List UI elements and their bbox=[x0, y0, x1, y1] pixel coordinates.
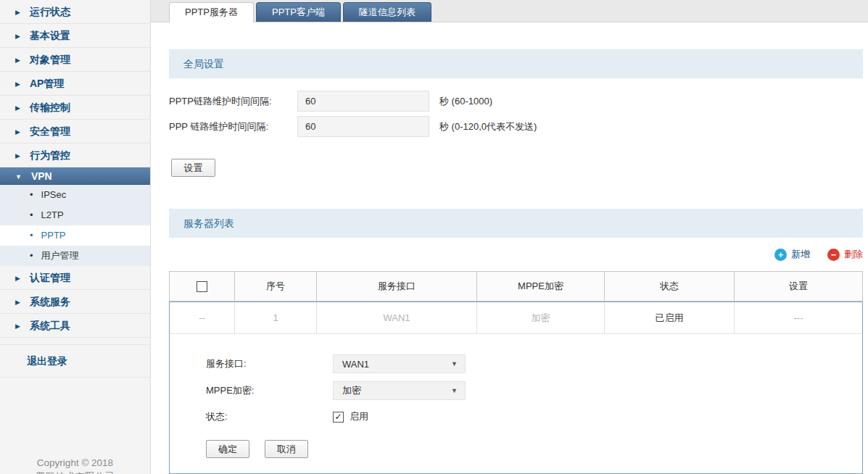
chevron-down-icon: ▼ bbox=[451, 387, 458, 394]
sidebar-subitem-label: PPTP bbox=[41, 230, 66, 241]
add-server-label: 新增 bbox=[791, 248, 810, 261]
apply-settings-button[interactable]: 设置 bbox=[171, 159, 215, 177]
interface-select[interactable]: WAN1 ▼ bbox=[333, 354, 466, 373]
cancel-button[interactable]: 取消 bbox=[265, 440, 308, 458]
tab-pptp-client[interactable]: PPTP客户端 bbox=[256, 2, 341, 22]
tab-pptp-server[interactable]: PPTP服务器 bbox=[169, 2, 254, 22]
logout-button[interactable]: 退出登录 bbox=[0, 345, 150, 378]
sidebar-item-security-management[interactable]: ▶安全管理 bbox=[0, 120, 150, 144]
bullet-icon: • bbox=[30, 205, 33, 225]
sidebar-subitem-ipsec[interactable]: •IPSec bbox=[0, 185, 150, 205]
sidebar-item-label: 基本设置 bbox=[30, 30, 70, 41]
edit-row-status: 状态: ✓ 启用 bbox=[206, 410, 862, 423]
mppe-select-value: 加密 bbox=[342, 384, 361, 397]
sidebar-item-label: 传输控制 bbox=[30, 101, 70, 113]
enable-checkbox[interactable]: ✓ bbox=[333, 412, 344, 423]
sidebar-item-label: VPN bbox=[31, 170, 52, 182]
sidebar-item-basic-settings[interactable]: ▶基本设置 bbox=[0, 24, 150, 48]
sidebar-item-label: 系统工具 bbox=[30, 320, 70, 331]
table-row: -- 1 WAN1 加密 已启用 --- bbox=[170, 302, 862, 334]
add-icon: + bbox=[774, 249, 787, 261]
sidebar-item-system-tools[interactable]: ▶系统工具 bbox=[0, 314, 150, 338]
sidebar-item-label: 认证管理 bbox=[30, 272, 70, 283]
copyright-notice: Copyright © 2018 普联技术有限公司 bbox=[0, 456, 150, 474]
sidebar-subitem-user-management[interactable]: •用户管理 bbox=[0, 246, 150, 266]
row-cell-interface: WAN1 bbox=[317, 302, 477, 333]
header-cell-interface: 服务接口 bbox=[317, 272, 477, 301]
tab-tunnel-info-list[interactable]: 隧道信息列表 bbox=[343, 2, 431, 22]
row-cell-index: 1 bbox=[235, 302, 317, 333]
sidebar-subitem-l2tp[interactable]: •L2TP bbox=[0, 205, 150, 225]
ok-button[interactable]: 确定 bbox=[206, 440, 249, 458]
copyright-line1: Copyright © 2018 bbox=[0, 456, 150, 470]
server-table-header: 序号 服务接口 MPPE加密 状态 设置 bbox=[169, 271, 863, 302]
status-label: 状态: bbox=[206, 410, 333, 423]
tab-panel-pptp-server: 全局设置 PPTP链路维护时间间隔: 秒 (60-1000) PPP 链路维护时… bbox=[151, 49, 868, 474]
chevron-right-icon: ▶ bbox=[15, 267, 20, 290]
server-table: 序号 服务接口 MPPE加密 状态 设置 -- 1 WAN1 加密 已启用 --… bbox=[169, 271, 863, 474]
chevron-right-icon: ▶ bbox=[15, 291, 20, 314]
enable-checkbox-label: 启用 bbox=[350, 410, 368, 423]
check-icon: ✓ bbox=[334, 412, 342, 421]
ppp-keepalive-input[interactable] bbox=[297, 116, 429, 137]
chevron-right-icon: ▶ bbox=[15, 120, 20, 144]
edit-panel-buttons: 确定 取消 bbox=[206, 440, 862, 458]
form-row-pptp-keepalive: PPTP链路维护时间间隔: 秒 (60-1000) bbox=[169, 91, 863, 112]
chevron-right-icon: ▶ bbox=[15, 72, 20, 96]
sidebar-divider bbox=[0, 338, 150, 345]
section-header-server-list: 服务器列表 bbox=[169, 209, 863, 238]
pptp-settings-page: ▶运行状态 ▶基本设置 ▶对象管理 ▶AP管理 ▶传输控制 ▶安全管理 ▶行为管… bbox=[0, 0, 868, 474]
bullet-icon: • bbox=[30, 185, 33, 205]
sidebar-item-label: AP管理 bbox=[30, 78, 64, 89]
pptp-keepalive-hint: 秒 (60-1000) bbox=[439, 95, 492, 108]
sidebar-item-running-status[interactable]: ▶运行状态 bbox=[0, 0, 150, 24]
list-actions: + 新增 − 删除 bbox=[169, 247, 863, 262]
header-cell-select bbox=[170, 272, 235, 301]
sidebar-item-ap-management[interactable]: ▶AP管理 bbox=[0, 72, 150, 96]
delete-server-label: 删除 bbox=[844, 248, 863, 261]
sidebar-item-label: 系统服务 bbox=[30, 296, 70, 307]
ppp-keepalive-hint: 秒 (0-120,0代表不发送) bbox=[439, 120, 537, 133]
form-row-ppp-keepalive: PPP 链路维护时间间隔: 秒 (0-120,0代表不发送) bbox=[169, 116, 863, 137]
sidebar-item-behavior-control[interactable]: ▶行为管控 bbox=[0, 144, 150, 167]
sidebar-nav: ▶运行状态 ▶基本设置 ▶对象管理 ▶AP管理 ▶传输控制 ▶安全管理 ▶行为管… bbox=[0, 0, 151, 474]
mppe-label: MPPE加密: bbox=[206, 384, 333, 397]
delete-icon: − bbox=[827, 249, 840, 261]
sidebar-item-transmission-control[interactable]: ▶传输控制 bbox=[0, 96, 150, 120]
sidebar-item-system-services[interactable]: ▶系统服务 bbox=[0, 290, 150, 314]
chevron-right-icon: ▶ bbox=[15, 96, 20, 120]
row-cell-settings: --- bbox=[735, 302, 862, 333]
delete-server-button[interactable]: − 删除 bbox=[827, 248, 863, 261]
sidebar-subitem-label: L2TP bbox=[41, 209, 64, 220]
select-all-checkbox[interactable] bbox=[197, 281, 207, 292]
sidebar-item-label: 运行状态 bbox=[30, 6, 70, 17]
tab-bar: PPTP服务器 PPTP客户端 隧道信息列表 bbox=[151, 0, 868, 22]
chevron-down-icon: ▼ bbox=[15, 168, 22, 186]
row-edit-panel: 服务接口: WAN1 ▼ MPPE加密: 加密 ▼ bbox=[170, 334, 862, 473]
edit-row-mppe: MPPE加密: 加密 ▼ bbox=[206, 381, 862, 400]
sidebar-subitem-pptp[interactable]: •PPTP bbox=[0, 225, 150, 246]
chevron-right-icon: ▶ bbox=[15, 25, 20, 48]
main-content: PPTP服务器 PPTP客户端 隧道信息列表 全局设置 PPTP链路维护时间间隔… bbox=[151, 0, 868, 474]
copyright-line2: 普联技术有限公司 bbox=[0, 470, 150, 474]
interface-label: 服务接口: bbox=[206, 357, 333, 370]
ppp-keepalive-label: PPP 链路维护时间间隔: bbox=[169, 120, 297, 133]
row-cell-select: -- bbox=[170, 302, 235, 333]
chevron-right-icon: ▶ bbox=[15, 49, 20, 72]
add-server-button[interactable]: + 新增 bbox=[774, 248, 810, 261]
section-header-global-settings: 全局设置 bbox=[169, 49, 863, 78]
sidebar-subitem-label: IPSec bbox=[41, 189, 67, 200]
sidebar-item-auth-management[interactable]: ▶认证管理 bbox=[0, 266, 150, 290]
sidebar-item-object-management[interactable]: ▶对象管理 bbox=[0, 48, 150, 72]
chevron-right-icon: ▶ bbox=[15, 315, 20, 338]
sidebar-item-label: 对象管理 bbox=[30, 54, 70, 65]
row-cell-status: 已启用 bbox=[605, 302, 735, 333]
bullet-icon: • bbox=[30, 246, 33, 266]
edit-row-interface: 服务接口: WAN1 ▼ bbox=[206, 354, 862, 373]
chevron-right-icon: ▶ bbox=[15, 1, 20, 24]
selected-row-region: -- 1 WAN1 加密 已启用 --- 服务接口: WAN1 ▼ bbox=[169, 302, 863, 474]
sidebar-item-vpn[interactable]: ▼VPN bbox=[0, 167, 150, 185]
mppe-select[interactable]: 加密 ▼ bbox=[333, 381, 466, 400]
pptp-keepalive-input[interactable] bbox=[297, 91, 429, 112]
bullet-icon: • bbox=[30, 225, 33, 246]
